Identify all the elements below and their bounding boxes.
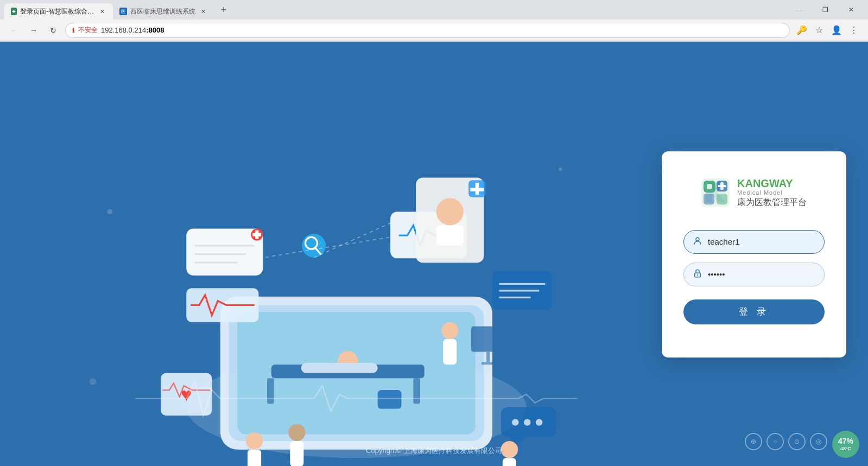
menu-icon[interactable]: ⋮ [846,23,861,38]
key-icon[interactable]: 🔑 [794,23,809,38]
svg-rect-14 [290,441,303,466]
svg-point-72 [696,238,699,241]
svg-rect-20 [486,352,490,362]
illustration-area: ♥ [0,42,662,466]
svg-point-38 [436,198,464,225]
svg-point-63 [90,378,97,385]
password-input[interactable] [708,270,815,279]
brand-subtitle: Medical Model [737,189,807,196]
temp-label: 48°C [840,446,851,452]
deco-circle-4: ◎ [810,433,827,450]
svg-point-62 [559,168,562,171]
lock-icon [693,269,702,280]
security-icon: ℹ [72,27,75,34]
svg-point-17 [441,322,458,339]
minimize-button[interactable]: ─ [787,1,812,18]
svg-rect-71 [718,185,726,187]
reload-button[interactable]: ↻ [46,23,61,38]
svg-point-54 [501,441,518,458]
address-input[interactable]: ℹ 不安全 192.168.0.214:8008 [65,23,790,38]
svg-rect-53 [378,390,402,408]
brand-logo [701,178,730,207]
svg-rect-19 [471,327,505,352]
address-bar: ← → ↻ ℹ 不安全 192.168.0.214:8008 🔑 ☆ 👤 ⋮ [0,20,868,41]
close-button[interactable]: ✕ [839,1,864,18]
username-group [683,230,825,254]
tab1-favicon: ✚ [11,8,17,15]
tab-inactive[interactable]: 医 西医临床思维训练系统 ✕ [113,3,214,20]
svg-rect-18 [443,339,457,365]
back-button[interactable]: ← [7,23,22,38]
svg-rect-42 [470,188,484,191]
svg-rect-55 [503,458,516,466]
svg-rect-66 [707,184,712,189]
password-group [683,263,825,286]
svg-point-61 [107,209,112,214]
page-footer: Copyright© 上海康为医疗科技发展有限公司 [366,446,502,456]
toolbar-icons: 🔑 ☆ 👤 ⋮ [794,23,861,38]
svg-rect-69 [717,194,727,205]
new-tab-button[interactable]: + [216,2,231,17]
medical-illustration: ♥ [0,42,662,466]
svg-rect-28 [252,233,261,236]
deco-circle-1: ⊕ [745,433,762,450]
address-url: 192.168.0.214:8008 [101,26,164,34]
password-input-wrap[interactable] [683,263,825,286]
brand-name-cn: 康为医教管理平台 [737,197,807,208]
brand-name-en: KANGWAY [737,177,807,189]
login-card: KANGWAY Medical Model 康为医教管理平台 [662,151,846,358]
svg-rect-10 [248,450,261,466]
svg-rect-68 [704,194,714,205]
svg-rect-5 [267,378,274,404]
login-button[interactable]: 登 录 [683,299,825,324]
tab-active[interactable]: ✚ 登录页面-智慧医教综合管理平台 ✕ [4,3,113,20]
window-controls: ─ ❐ ✕ [787,1,864,18]
username-input-wrap[interactable] [683,230,825,254]
svg-point-50 [536,419,543,426]
svg-point-49 [524,419,531,426]
tab2-close[interactable]: ✕ [199,7,207,16]
temp-value: 47% [838,437,853,446]
tab1-label: 登录页面-智慧医教综合管理平台 [20,7,94,16]
svg-point-9 [246,432,263,449]
browser-chrome: ✚ 登录页面-智慧医教综合管理平台 ✕ 医 西医临床思维训练系统 ✕ + ─ ❐… [0,0,868,42]
svg-rect-39 [436,225,464,246]
deco-circle-3: ⊙ [788,433,806,450]
svg-point-74 [697,274,698,275]
page-content: ♥ [0,42,868,466]
profile-icon[interactable]: 👤 [829,23,844,38]
username-input[interactable] [708,237,815,246]
copyright-text: Copyright© 上海康为医疗科技发展有限公司 [366,446,502,455]
deco-circle-2: ○ [766,433,784,450]
user-icon [693,236,702,248]
svg-rect-8 [301,363,378,373]
tab1-close[interactable]: ✕ [98,7,106,16]
tab-bar: ✚ 登录页面-智慧医教综合管理平台 ✕ 医 西医临床思维训练系统 ✕ + ─ ❐… [0,0,868,20]
tab2-label: 西医临床思维训练系统 [130,7,195,16]
star-icon[interactable]: ☆ [812,23,827,38]
svg-point-48 [512,419,519,426]
tab2-favicon: 医 [119,8,127,15]
svg-rect-21 [481,362,495,365]
svg-rect-6 [413,378,420,404]
forward-button[interactable]: → [26,23,41,38]
maximize-button[interactable]: ❐ [813,1,838,18]
svg-point-13 [288,424,305,441]
security-text: 不安全 [78,25,98,35]
temperature-badge: 47% 48°C [832,431,859,458]
brand-text: KANGWAY Medical Model 康为医教管理平台 [737,177,807,208]
brand-area: KANGWAY Medical Model 康为医教管理平台 [701,177,807,208]
